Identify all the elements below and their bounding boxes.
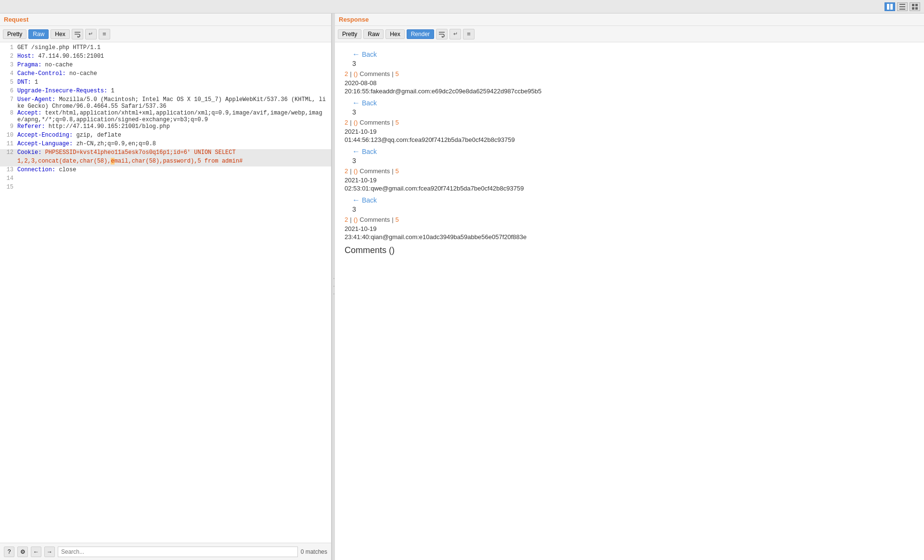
- svg-rect-2: [899, 4, 905, 5]
- entry-data-4: 23:41:40:qian@gmail.com:e10adc3949ba59ab…: [345, 233, 914, 241]
- response-entry-3: ← Back 3 2 | () Comments | 5 2021-10-19 …: [345, 147, 914, 192]
- comments-heading: Comments (): [345, 245, 914, 255]
- search-input[interactable]: [58, 547, 298, 557]
- entry-data-3: 02:53:01:qwe@gmail.com:fcea920f7412b5da7…: [345, 185, 914, 192]
- back-arrow-icon-2: ←: [352, 99, 360, 107]
- tab-pretty-response[interactable]: Pretty: [338, 29, 361, 39]
- response-header: Response: [335, 13, 924, 26]
- response-entry-4: ← Back 3 2 | () Comments | 5 2021-10-19 …: [345, 196, 914, 241]
- wrap-icon-response[interactable]: [436, 29, 448, 39]
- settings-button[interactable]: ⚙: [17, 547, 28, 557]
- entry-number-2: 3: [352, 108, 914, 116]
- code-line-12b: 1,2,3,concat(date,char(58),email,char(58…: [0, 158, 331, 166]
- entry-datetime-1: 2020-08-08: [345, 79, 914, 87]
- back-arrow-icon-1: ←: [352, 50, 360, 59]
- tab-pretty-request[interactable]: Pretty: [3, 29, 26, 39]
- meta-link-comments-2[interactable]: (): [354, 119, 358, 126]
- menu-icon-request[interactable]: ≡: [99, 29, 110, 39]
- response-entry-1: ← Back 3 2 | () Comments | 5 2020-08-08 …: [345, 50, 914, 95]
- code-line-3: 3 Pragma: no-cache: [0, 62, 331, 70]
- code-line-2: 2 Host: 47.114.90.165:21001: [0, 53, 331, 62]
- main-panels: Request Pretty Raw Hex ↵ ≡ 1 GET /single…: [0, 13, 924, 560]
- prev-button[interactable]: ←: [31, 547, 41, 557]
- detail-view-button[interactable]: [910, 2, 920, 11]
- meta-link-comments-4[interactable]: (): [354, 216, 358, 223]
- meta-link-comments-3[interactable]: (): [354, 167, 358, 175]
- list-view-button[interactable]: [897, 2, 908, 11]
- code-line-6: 6 Upgrade-Insecure-Requests: 1: [0, 88, 331, 96]
- request-code-area: 1 GET /single.php HTTP/1.1 2 Host: 47.11…: [0, 42, 331, 543]
- code-line-1: 1 GET /single.php HTTP/1.1: [0, 44, 331, 53]
- svg-rect-7: [912, 7, 914, 10]
- svg-rect-1: [890, 4, 893, 10]
- code-line-15: 15: [0, 184, 331, 192]
- meta-link-5-2[interactable]: 5: [396, 119, 399, 126]
- code-line-5: 5 DNT: 1: [0, 79, 331, 88]
- tab-hex-response[interactable]: Hex: [385, 29, 404, 39]
- response-entry-2: ← Back 3 2 | () Comments | 5 2021-10-19 …: [345, 99, 914, 143]
- tab-raw-response[interactable]: Raw: [363, 29, 384, 39]
- entry-number-4: 3: [352, 205, 914, 213]
- request-panel: Request Pretty Raw Hex ↵ ≡ 1 GET /single…: [0, 13, 332, 560]
- split-view-button[interactable]: [885, 2, 895, 11]
- meta-link-2-3[interactable]: 2: [345, 167, 348, 175]
- back-link-4[interactable]: ← Back: [352, 196, 914, 204]
- response-toolbar: Pretty Raw Hex Render ↵ ≡: [335, 26, 924, 42]
- top-bar: [0, 0, 924, 13]
- entry-number-1: 3: [352, 60, 914, 67]
- code-line-10: 10 Accept-Encoding: gzip, deflate: [0, 132, 331, 140]
- meta-link-2-2[interactable]: 2: [345, 119, 348, 126]
- newline-icon-response[interactable]: ↵: [449, 29, 461, 39]
- svg-rect-8: [915, 7, 918, 10]
- svg-rect-6: [915, 4, 918, 6]
- menu-icon-response[interactable]: ≡: [463, 29, 475, 39]
- back-link-2[interactable]: ← Back: [352, 99, 914, 107]
- entry-meta-1: 2 | () Comments | 5: [345, 70, 914, 77]
- request-title: Request: [4, 16, 28, 23]
- entry-meta-2: 2 | () Comments | 5: [345, 119, 914, 126]
- code-line-14: 14: [0, 175, 331, 184]
- tab-hex-request[interactable]: Hex: [51, 29, 69, 39]
- entry-meta-3: 2 | () Comments | 5: [345, 167, 914, 175]
- next-button[interactable]: →: [44, 547, 55, 557]
- svg-rect-0: [887, 4, 889, 10]
- meta-link-5-4[interactable]: 5: [396, 216, 399, 223]
- match-count: 0 matches: [301, 548, 327, 555]
- tab-raw-request[interactable]: Raw: [28, 29, 49, 39]
- meta-link-5-1[interactable]: 5: [396, 70, 399, 77]
- back-arrow-icon-4: ←: [352, 196, 360, 204]
- meta-link-2-1[interactable]: 2: [345, 70, 348, 77]
- wrap-icon-request[interactable]: [72, 29, 83, 39]
- code-line-7: 7 User-Agent: Mozilla/5.0 (Macintosh; In…: [0, 96, 331, 110]
- back-link-3[interactable]: ← Back: [352, 147, 914, 156]
- code-line-13: 13 Connection: close: [0, 166, 331, 175]
- code-line-11: 11 Accept-Language: zh-CN,zh;q=0.9,en;q=…: [0, 140, 331, 149]
- entry-datetime-2: 2021-10-19: [345, 128, 914, 135]
- entry-meta-4: 2 | () Comments | 5: [345, 216, 914, 223]
- response-content-area: ← Back 3 2 | () Comments | 5 2020-08-08 …: [335, 42, 924, 560]
- entry-data-1: 20:16:55:fakeaddr@gmail.com:e69dc2c09e8d…: [345, 88, 914, 95]
- svg-rect-5: [912, 4, 914, 6]
- help-button[interactable]: ?: [4, 547, 14, 557]
- entry-number-3: 3: [352, 157, 914, 165]
- request-header: Request: [0, 13, 331, 26]
- request-bottom-bar: ? ⚙ ← → 0 matches: [0, 543, 331, 560]
- tab-render-response[interactable]: Render: [407, 29, 434, 39]
- code-line-12: 12 Cookie: PHPSESSID=kvst4lpheo11a5esk7o…: [0, 149, 331, 158]
- entry-datetime-4: 2021-10-19: [345, 225, 914, 232]
- code-line-9: 9 Referer: http://47.114.90.165:21001/bl…: [0, 123, 331, 132]
- meta-link-2-4[interactable]: 2: [345, 216, 348, 223]
- back-link-1[interactable]: ← Back: [352, 50, 914, 59]
- meta-link-comments-1[interactable]: (): [354, 70, 358, 77]
- response-panel: Response Pretty Raw Hex Render ↵ ≡ ← Bac…: [335, 13, 924, 560]
- request-toolbar: Pretty Raw Hex ↵ ≡: [0, 26, 331, 42]
- code-line-8: 8 Accept: text/html,application/xhtml+xm…: [0, 110, 331, 123]
- svg-rect-4: [899, 9, 905, 10]
- meta-link-5-3[interactable]: 5: [396, 167, 399, 175]
- entry-datetime-3: 2021-10-19: [345, 177, 914, 184]
- newline-icon-request[interactable]: ↵: [85, 29, 97, 39]
- svg-rect-3: [899, 6, 905, 7]
- response-title: Response: [339, 16, 369, 23]
- code-line-4: 4 Cache-Control: no-cache: [0, 70, 331, 79]
- entry-data-2: 01:44:56:123@qq.com:fcea920f7412b5da7be0…: [345, 136, 914, 143]
